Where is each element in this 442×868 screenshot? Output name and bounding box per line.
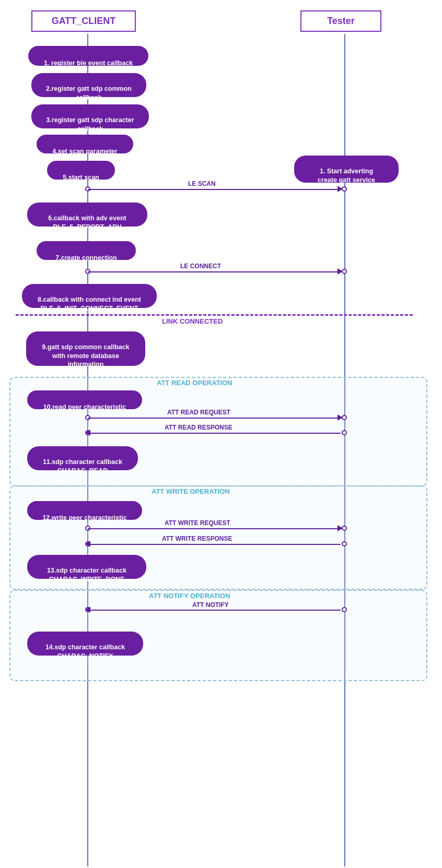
att-write-req-label: ATT WRITE REQUEST: [165, 519, 230, 527]
pill-1: 1. register ble event callback: [28, 46, 148, 66]
pill-11: 11.sdp character callbackCHARAC_READ: [27, 446, 138, 470]
le-connect-arrowhead: [338, 268, 343, 275]
att-write-resp-label: ATT WRITE RESPONSE: [162, 535, 232, 542]
le-scan-line: [88, 189, 341, 190]
pill-14: 14.sdp character callbackCHARAC_NOTIFY: [27, 632, 143, 656]
att-read-resp-line: [88, 433, 341, 434]
pill-5: 5.start scan: [47, 161, 115, 180]
att-notify-op-label: ATT NOTIFY OPERATION: [149, 592, 230, 600]
att-read-req-label: ATT READ REQUEST: [167, 409, 230, 416]
att-write-req-arrowhead: [338, 525, 343, 531]
pill-10: 10.read peer characteristic: [27, 390, 142, 409]
pill-4: 4.set scan parameter: [37, 135, 133, 153]
att-read-resp-label: ATT READ RESPONSE: [165, 424, 232, 431]
pill-3: 3.register gatt sdp charactercallback: [31, 104, 149, 128]
att-write-resp-line: [88, 544, 341, 545]
link-connected-line: [16, 314, 413, 316]
le-connect-line: [88, 271, 341, 272]
pill-8: 8.callback with connect ind eventBLE_5_I…: [22, 284, 157, 308]
att-notify-right-circle: [342, 607, 347, 612]
pill-tester-1: 1. Start advertingcreate gatt service: [294, 156, 399, 183]
att-write-req-line: [88, 528, 341, 529]
att-notify-label: ATT NOTIFY: [192, 601, 229, 609]
gatt-client-box: GATT_CLIENT: [31, 10, 136, 32]
pill-7: 7.create connection: [37, 241, 136, 260]
att-write-op-label: ATT WRITE OPERATION: [152, 487, 230, 495]
att-read-req-arrowhead: [338, 414, 343, 421]
att-write-resp-right-circle: [342, 541, 347, 546]
le-scan-arrowhead: [338, 186, 343, 192]
le-scan-label: LE SCAN: [188, 180, 216, 187]
link-connected-label: LINK CONNECTED: [162, 317, 223, 325]
att-write-resp-arrowhead: [85, 541, 90, 547]
att-read-op-label: ATT READ OPERATION: [157, 379, 232, 387]
pill-6: 6.callback with adv eventBLE_5_REPORT_AD…: [27, 203, 147, 227]
pill-13: 13.sdp character callbackCHARAC_WRITE_DO…: [27, 555, 146, 579]
att-notify-line: [88, 610, 341, 611]
le-connect-label: LE CONNECT: [180, 263, 221, 270]
tester-box: Tester: [300, 10, 381, 32]
att-read-req-line: [88, 418, 341, 419]
pill-9: 9.gatt sdp common callbackwith remote da…: [26, 331, 145, 366]
att-read-resp-right-circle: [342, 430, 347, 435]
att-read-resp-arrowhead: [85, 430, 90, 436]
pill-2: 2.register gatt sdp commoncallback: [31, 73, 146, 97]
att-notify-arrowhead: [85, 607, 90, 613]
sequence-diagram: GATT_CLIENT Tester ATT READ OPERATION AT…: [0, 0, 442, 868]
pill-12: 12.write peer characteristic: [27, 501, 142, 520]
